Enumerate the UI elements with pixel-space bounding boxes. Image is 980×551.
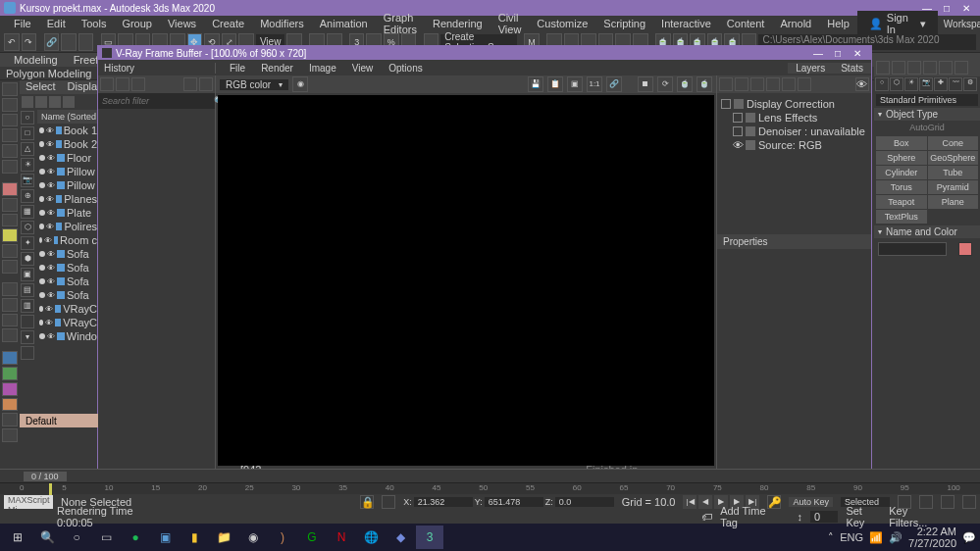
lt-icon[interactable]	[2, 282, 18, 296]
taskbar-app[interactable]: N	[328, 526, 355, 549]
unlink-button[interactable]	[61, 33, 77, 51]
scene-filter-icon[interactable]: ○	[21, 111, 34, 125]
scene-filter-icon[interactable]: ▤	[21, 283, 34, 297]
ribbon-modeling[interactable]: Modeling	[6, 54, 66, 66]
lt-icon[interactable]	[2, 198, 18, 212]
lt-icon[interactable]	[2, 214, 18, 227]
systems-icon[interactable]: ⚙	[963, 77, 977, 91]
menu-customize[interactable]: Customize	[529, 18, 595, 29]
vfb-ipr-icon[interactable]: 🍵	[696, 76, 712, 92]
checkbox-icon[interactable]	[733, 126, 743, 136]
signin-button[interactable]: 👤Sign In▾	[857, 11, 938, 36]
taskbar-app[interactable]: ▮	[181, 526, 208, 549]
objtype-textplus[interactable]: TextPlus	[876, 210, 927, 224]
vfb-titlebar[interactable]: V-Ray Frame Buffer - [100.0% of 960 x 72…	[98, 46, 871, 60]
material-default[interactable]: Default	[20, 414, 98, 427]
scene-filter-icon[interactable]	[21, 315, 34, 328]
undo-button[interactable]: ↶	[4, 33, 20, 51]
spacewarps-icon[interactable]: 〰	[949, 77, 962, 91]
spin-icon[interactable]: ↕	[797, 511, 802, 523]
scene-item[interactable]: 👁VRayC	[37, 302, 97, 316]
menu-animation[interactable]: Animation	[312, 18, 376, 29]
cameras-icon[interactable]: 📷	[919, 77, 933, 91]
objtype-torus[interactable]: Torus	[876, 180, 927, 194]
objtype-cone[interactable]: Cone	[928, 136, 979, 150]
checkbox-icon[interactable]	[721, 99, 731, 109]
scene-tool[interactable]	[35, 96, 47, 108]
scene-item[interactable]: 👁Pillow	[37, 178, 97, 192]
scene-filter-icon[interactable]: ⬡	[21, 221, 34, 234]
layer-reset-icon[interactable]	[782, 77, 796, 91]
objtype-teapot[interactable]: Teapot	[876, 195, 927, 209]
taskbar-explorer[interactable]: 📁	[210, 526, 237, 549]
autokey-button[interactable]: Auto Key	[789, 497, 833, 507]
taskbar-app[interactable]: ▣	[151, 526, 179, 549]
hist-ab-icon[interactable]	[131, 77, 145, 91]
objtype-pyramid[interactable]: Pyramid	[928, 180, 979, 194]
taskbar-3dsmax[interactable]: 3	[416, 526, 443, 549]
vfb-minimize[interactable]: —	[808, 48, 828, 59]
vfb-stop-icon[interactable]: ⏹	[638, 76, 653, 92]
lt-icon[interactable]	[2, 413, 18, 426]
menu-help[interactable]: Help	[819, 18, 857, 29]
objtype-tube[interactable]: Tube	[928, 166, 979, 179]
modify-tab-icon[interactable]	[892, 61, 905, 75]
tag-icon[interactable]: 🏷	[701, 511, 712, 523]
ribbon-polymodeling[interactable]: Polygon Modeling	[6, 68, 91, 79]
vfb-maximize[interactable]: □	[828, 48, 848, 59]
scene-item[interactable]: 👁Room c	[37, 233, 97, 247]
vfb-properties-header[interactable]: Properties	[717, 234, 871, 249]
tray-volume-icon[interactable]: 🔊	[889, 531, 903, 544]
nav-icon[interactable]	[962, 495, 976, 509]
lt-icon[interactable]	[2, 367, 18, 380]
menu-grapheditors[interactable]: Graph Editors	[376, 12, 425, 35]
link-button[interactable]: 🔗	[44, 33, 60, 51]
scene-filter-icon[interactable]: ☀	[21, 158, 34, 172]
tree-source[interactable]: 👁Source: RGB	[721, 138, 867, 152]
scene-item[interactable]: 👁Polires	[37, 220, 97, 233]
z-coord[interactable]: 0.0	[555, 497, 614, 507]
hist-clear-icon[interactable]	[183, 77, 197, 91]
rollup-namecolor[interactable]: Name and Color	[874, 225, 980, 238]
vfb-menu-view[interactable]: View	[344, 63, 382, 74]
taskview-button[interactable]: ▭	[92, 526, 120, 549]
autogrid-label[interactable]: AutoGrid	[874, 121, 980, 134]
scene-item[interactable]: 👁Plate	[37, 206, 97, 220]
scene-item[interactable]: 👁Planes	[37, 192, 97, 206]
scene-filter-icon[interactable]: ✦	[21, 236, 34, 250]
lt-icon[interactable]	[2, 128, 18, 142]
tray-wifi-icon[interactable]: 📶	[869, 531, 883, 544]
vfb-menu-render[interactable]: Render	[253, 63, 301, 74]
scene-tool[interactable]	[22, 96, 33, 108]
color-swatch[interactable]	[958, 242, 972, 256]
vfb-region-icon[interactable]: ▣	[567, 76, 583, 92]
lt-icon[interactable]	[2, 144, 18, 158]
scene-filter-icon[interactable]: ▦	[21, 205, 34, 219]
maximize-button[interactable]: □	[937, 3, 956, 14]
scene-column-header[interactable]: Name (Sorted Asc	[37, 110, 97, 124]
scene-filter-icon[interactable]: ▾	[21, 330, 34, 344]
hist-save-icon[interactable]	[100, 77, 114, 91]
menu-scripting[interactable]: Scripting	[595, 18, 653, 29]
scene-item[interactable]: 👁Windo	[37, 329, 97, 343]
vfb-render-view[interactable]	[218, 95, 714, 466]
lights-icon[interactable]: ☀	[904, 77, 918, 91]
add-time-tag[interactable]: Add Time Tag	[720, 505, 781, 528]
vfb-menu-image[interactable]: Image	[301, 63, 344, 74]
tree-display-correction[interactable]: Display Correction	[721, 97, 867, 111]
tree-lens-effects[interactable]: Lens Effects	[721, 111, 867, 125]
shapes-icon[interactable]: ⬡	[890, 77, 903, 91]
objtype-cylinder[interactable]: Cylinder	[876, 166, 927, 179]
menu-group[interactable]: Group	[114, 18, 160, 29]
scene-item[interactable]: 👁Floor	[37, 151, 97, 165]
lt-icon[interactable]	[2, 244, 18, 258]
scene-filter-icon[interactable]	[21, 346, 34, 360]
lt-icon[interactable]	[2, 160, 18, 174]
vfb-save-icon[interactable]: 💾	[528, 76, 543, 92]
layer-eye-icon[interactable]: 👁	[855, 77, 869, 91]
lt-material-icon[interactable]	[2, 182, 18, 196]
tray-lang[interactable]: ENG	[840, 531, 863, 543]
lt-icon[interactable]	[2, 98, 18, 112]
goto-start-button[interactable]: |◀	[683, 495, 696, 509]
menu-views[interactable]: Views	[160, 18, 204, 29]
